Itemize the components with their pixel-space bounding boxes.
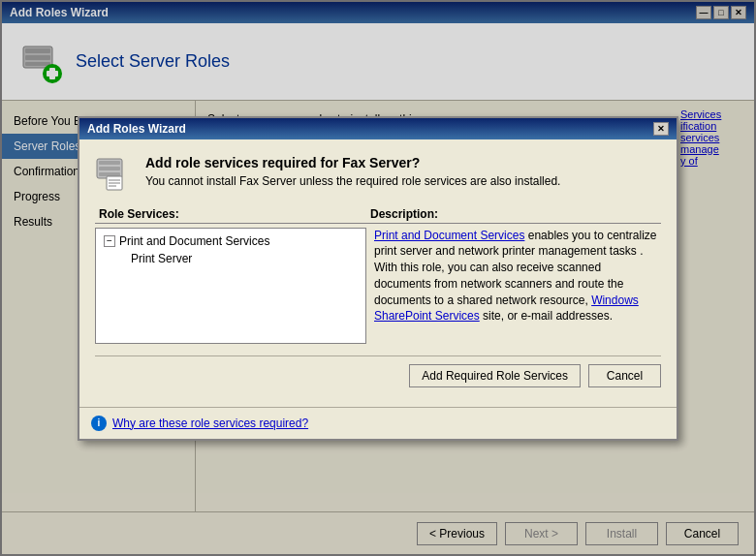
modal-close-button[interactable]: ✕: [653, 122, 669, 136]
modal-header: Add role services required for Fax Serve…: [95, 155, 661, 194]
role-child-label: Print Server: [131, 252, 192, 265]
role-parent-label: Print and Document Services: [119, 234, 269, 248]
role-parent-item: − Print and Document Services: [100, 232, 362, 250]
modal-overlay: Add Roles Wizard ✕: [0, 0, 756, 556]
modal-table-header: Role Services: Description:: [95, 205, 661, 224]
modal-title: Add Roles Wizard: [87, 122, 186, 136]
modal-cancel-button[interactable]: Cancel: [588, 364, 661, 387]
role-services-header: Role Services:: [99, 207, 370, 221]
modal-icon: [95, 155, 134, 194]
modal-content-area: − Print and Document Services Print Serv…: [95, 228, 661, 344]
role-list: − Print and Document Services Print Serv…: [95, 228, 366, 344]
modal-dialog: Add Roles Wizard ✕: [78, 116, 678, 441]
description-header: Description:: [370, 207, 657, 221]
collapse-icon[interactable]: −: [104, 235, 115, 247]
modal-heading: Add role services required for Fax Serve…: [145, 155, 560, 170]
modal-title-bar: Add Roles Wizard ✕: [79, 118, 677, 139]
role-child-item: Print Server: [100, 250, 362, 267]
description-area: Print and Document Services enables you …: [374, 228, 661, 344]
modal-footer: Add Required Role Services Cancel: [95, 355, 661, 391]
info-icon: i: [91, 416, 107, 431]
desc-link-text[interactable]: Print and Document Services: [374, 229, 524, 242]
desc-text-2: network printer management tasks: [458, 244, 637, 258]
info-bar: i Why are these role services required?: [79, 407, 677, 439]
svg-rect-8: [99, 161, 120, 165]
modal-subtitle: You cannot install Fax Server unless the…: [145, 174, 560, 188]
svg-rect-10: [99, 172, 120, 176]
modal-header-text: Add role services required for Fax Serve…: [145, 155, 560, 188]
add-required-role-services-button[interactable]: Add Required Role Services: [409, 364, 581, 387]
why-required-link[interactable]: Why are these role services required?: [112, 417, 308, 430]
modal-body: Add role services required for Fax Serve…: [79, 139, 677, 407]
desc-text-4: site, or e-mail addresses.: [483, 309, 613, 323]
svg-rect-9: [99, 167, 120, 170]
